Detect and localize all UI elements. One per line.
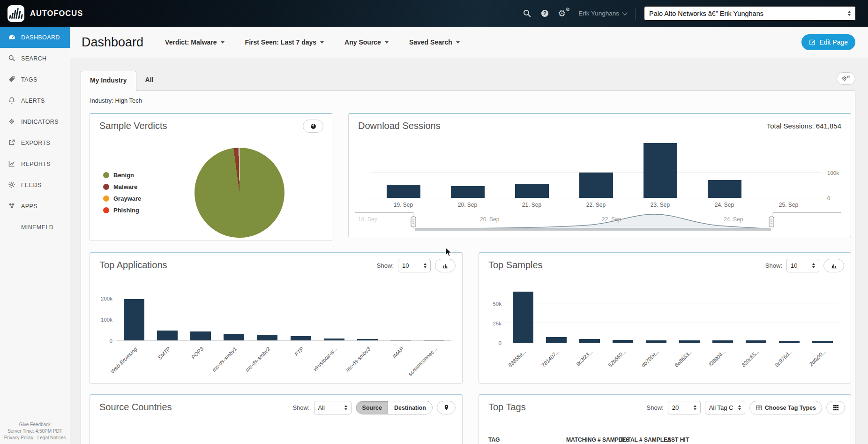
caret-down-icon [320, 41, 324, 44]
edit-page-button[interactable]: Edit Page [801, 34, 855, 50]
pie-chart-toggle-button[interactable] [303, 120, 323, 133]
segment-destination[interactable]: Destination [388, 401, 432, 414]
sidebar-item-label: ALERTS [21, 98, 45, 104]
verdicts-pie-chart[interactable] [195, 148, 284, 238]
bar-9c3f23...[interactable] [579, 339, 600, 343]
search-icon[interactable] [522, 9, 531, 18]
give-feedback-link[interactable]: Give Feedback [0, 421, 70, 428]
bar-virustotal-w...[interactable] [324, 339, 344, 340]
bar-23. Sep[interactable] [644, 143, 677, 198]
dashboard-settings-button[interactable]: ⚙⚙ [837, 72, 855, 85]
bar-52b560...[interactable] [613, 340, 633, 343]
bar-820c65...[interactable] [746, 340, 766, 343]
privacy-policy-link[interactable]: Privacy Policy [4, 435, 33, 440]
show-count-select[interactable]: All [314, 401, 352, 414]
legend-item-malware[interactable]: Malware [103, 181, 141, 193]
segment-source[interactable]: Source [356, 401, 388, 414]
chart-slot: 6e8653... [673, 290, 706, 343]
chart-slot: 22. Sep [564, 133, 628, 198]
bar-22. Sep[interactable] [579, 173, 613, 198]
bar-SMTP[interactable] [157, 331, 178, 340]
chart-slot: Web Browsing [117, 296, 150, 340]
show-count-select[interactable]: 20 [668, 401, 701, 414]
bar-f28904...[interactable] [712, 340, 733, 343]
bar-ms-ds-smbv1[interactable] [224, 334, 244, 340]
legend-item-grayware[interactable]: Grayware [103, 193, 141, 204]
show-count-select[interactable]: 10 [786, 259, 819, 272]
x-axis-label: ms-ds-smbv2 [245, 346, 271, 373]
filter-dropdown-0[interactable]: Verdict: Malware [165, 38, 224, 46]
map-pin-button[interactable] [437, 401, 456, 414]
tag-type-select[interactable]: All Tag C [705, 401, 745, 414]
slider-handle-right [769, 217, 774, 227]
tab-my-industry[interactable]: My Industry [81, 71, 136, 91]
bar-20. Sep[interactable] [451, 186, 485, 198]
sidebar-item-search[interactable]: SEARCH [0, 48, 70, 69]
apps-icon [8, 202, 16, 210]
bar-chart-toggle-button[interactable] [823, 259, 844, 272]
account-select[interactable]: Palo Alto Networks â€” Erik Yunghans [644, 6, 856, 21]
select-spinner-icon [690, 405, 696, 410]
date-range-slider[interactable]: 18. Sep20. Sep22. Sep24. Sep [354, 209, 842, 232]
sidebar-item-alerts[interactable]: ALERTS [0, 90, 70, 111]
page-header: Dashboard Verdict: MalwareFirst Seen: La… [70, 27, 868, 58]
slider-date-label: 20. Sep [480, 216, 499, 223]
filter-dropdown-1[interactable]: First Seen: Last 7 days [245, 38, 324, 46]
bar-FTP[interactable] [291, 336, 311, 341]
bar-ms-ds-smbv2[interactable] [257, 335, 277, 340]
sidebar-item-minemeld[interactable]: MINEMELD [0, 217, 70, 238]
show-count-select[interactable]: 10 [398, 259, 431, 272]
show-label: Show: [377, 262, 394, 269]
caret-down-icon [385, 41, 389, 44]
sidebar-item-reports[interactable]: REPORTS [0, 153, 70, 174]
x-axis-label: 781407... [540, 348, 560, 368]
y-axis-tick-label: 0 [827, 196, 830, 201]
sidebar-item-indicators[interactable]: INDICATORS [0, 111, 70, 132]
bar-0c976d...[interactable] [779, 341, 800, 343]
legend-label: Benign [113, 172, 134, 179]
grid-view-button[interactable] [826, 401, 845, 414]
legend-item-benign[interactable]: Benign [103, 169, 141, 181]
filter-dropdown-2[interactable]: Any Source [344, 38, 389, 46]
column-header-0[interactable]: TAG [488, 436, 500, 443]
sidebar-item-exports[interactable]: EXPORTS [0, 132, 70, 153]
settings-gears-icon[interactable]: ⚙⚙ [558, 9, 570, 18]
bar-2dfa00...[interactable] [812, 341, 833, 343]
y-axis-tick-label: 100k [827, 170, 839, 176]
bar-19. Sep[interactable] [387, 185, 420, 198]
legend-item-phishing[interactable]: Phishing [103, 204, 141, 216]
tab-all[interactable]: All [136, 71, 163, 91]
help-icon[interactable]: ? [540, 9, 549, 18]
sidebar-item-feeds[interactable]: FEEDS [0, 174, 70, 196]
bar-21. Sep[interactable] [515, 184, 549, 198]
column-header-3[interactable]: LAST HIT [664, 436, 689, 443]
x-axis-label: virustotal-w... [312, 346, 338, 372]
sidebar-item-dashboard[interactable]: DASHBOARD [0, 27, 70, 48]
bar-chart-toggle-button[interactable] [435, 259, 456, 272]
choose-tag-types-button[interactable]: Choose Tag Types [749, 401, 822, 414]
bar-781407...[interactable] [546, 337, 567, 343]
show-label: Show: [765, 262, 782, 269]
bar-Web Browsing[interactable] [124, 299, 144, 340]
bar-24. Sep[interactable] [708, 180, 741, 198]
sidebar-item-tags[interactable]: TAGS [0, 69, 70, 90]
slider-handle-left [411, 217, 416, 227]
bar-POP3[interactable] [190, 331, 211, 340]
bar-6e8653...[interactable] [679, 340, 700, 343]
divider [635, 8, 636, 20]
download-sessions-chart: 0100k19. Sep20. Sep21. Sep22. Sep23. Sep… [371, 133, 821, 198]
chart-slot: db700e... [639, 290, 673, 343]
bar-screenconnec...[interactable] [424, 340, 444, 340]
x-axis-label: IMAP [391, 346, 404, 359]
user-menu[interactable]: Erik Yunghans [578, 10, 627, 17]
filter-dropdown-3[interactable]: Saved Search [409, 38, 460, 46]
bar-IMAP[interactable] [390, 340, 411, 340]
bar-88858a...[interactable] [513, 292, 533, 343]
sidebar-item-apps[interactable]: APPS [0, 196, 70, 217]
sidebar-item-label: SEARCH [21, 55, 47, 62]
legal-notices-link[interactable]: Legal Notices [37, 435, 66, 440]
bar-ms-ds-smbv3[interactable] [357, 339, 378, 340]
gear-icon [8, 181, 16, 189]
bar-db700e...[interactable] [646, 340, 666, 343]
slider-date-label: 18. Sep [358, 216, 377, 223]
